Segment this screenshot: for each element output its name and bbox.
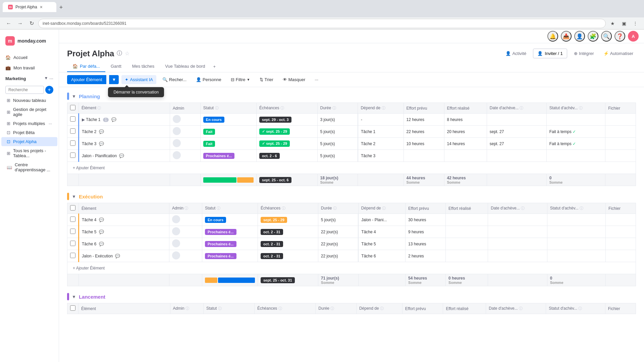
row-checkbox[interactable] — [70, 253, 75, 258]
duree-info-icon[interactable]: ⓘ — [333, 206, 337, 210]
statut-achev-info-icon[interactable]: ⓘ — [578, 306, 582, 310]
person-button[interactable]: 👤 Personne — [193, 75, 225, 84]
extensions-button[interactable]: ▣ — [619, 19, 629, 28]
tab-add-button[interactable]: + — [211, 61, 219, 72]
conversation-icon[interactable]: 💬 — [115, 254, 120, 258]
date-badge[interactable]: oct. 2 - 6 — [259, 153, 280, 159]
date-info-icon[interactable]: ⓘ — [521, 206, 525, 210]
admin-info-icon[interactable]: ⓘ — [184, 206, 188, 210]
conversation-icon[interactable]: 💬 — [99, 141, 104, 146]
duree-info-icon[interactable]: ⓘ — [332, 106, 336, 110]
row-checkbox[interactable] — [70, 241, 75, 246]
date-badge[interactable]: ✓ sept. 25 - 29 — [259, 128, 290, 135]
info-button[interactable]: ⓘ — [117, 50, 122, 57]
refresh-button[interactable]: ↻ — [27, 19, 36, 28]
ellipsis-icon[interactable]: ··· — [49, 76, 53, 81]
search-button[interactable]: 🔍 — [601, 31, 612, 42]
sidebar-item-projet-beta[interactable]: ⊡ Projet Bêta — [1, 128, 57, 137]
status-badge[interactable]: Prochaines é... — [205, 241, 236, 247]
date-badge[interactable]: oct. 2 - 31 — [261, 253, 283, 259]
status-badge[interactable]: En cours — [203, 117, 224, 123]
group-expand-icon[interactable]: ▼ — [72, 94, 76, 99]
select-all-checkbox[interactable] — [70, 105, 75, 110]
assistant-ia-button[interactable]: ✦ Assistant IA — [121, 75, 156, 84]
bookmark-button[interactable]: ★ — [608, 19, 617, 28]
row-checkbox[interactable] — [70, 153, 75, 158]
new-tab-button[interactable]: + — [56, 3, 66, 12]
status-badge[interactable]: Prochaines é... — [205, 229, 236, 235]
statut-achev-info-icon[interactable]: ⓘ — [579, 106, 583, 110]
date-info-icon[interactable]: ⓘ — [519, 306, 523, 310]
sidebar-section-marketing[interactable]: Marketing ▼ ··· — [0, 73, 59, 84]
sidebar-item-centre-apprentissage[interactable]: 📖 Centre d'apprentissage ... — [1, 160, 57, 174]
statut-info-icon[interactable]: ⓘ — [218, 306, 222, 310]
url-bar[interactable]: inet-sandbox.monday.com/boards/523126609… — [38, 19, 606, 28]
automatiser-button[interactable]: ⚡ Automatiser — [601, 50, 636, 57]
add-element-button[interactable]: Ajouter Élément — [67, 75, 106, 84]
select-all-checkbox[interactable] — [70, 305, 75, 311]
activity-button[interactable]: 👤 Activité — [503, 50, 529, 57]
depend-info-icon[interactable]: ⓘ — [382, 206, 386, 210]
favorite-button[interactable]: ☆ — [125, 50, 129, 57]
select-all-checkbox[interactable] — [70, 205, 75, 210]
status-badge[interactable]: Fait — [203, 141, 215, 147]
apps-button[interactable]: 🧩 — [588, 31, 598, 42]
date-badge[interactable]: sept. 25 - 29 — [261, 217, 287, 223]
depend-info-icon[interactable]: ⓘ — [380, 306, 384, 310]
sidebar-add-button[interactable]: + — [45, 86, 53, 94]
admin-info-icon[interactable]: ⓘ — [185, 306, 189, 310]
browser-tab-active[interactable]: m Projet Alpha × — [3, 2, 56, 12]
row-checkbox[interactable] — [70, 128, 75, 134]
statut-achev-info-icon[interactable]: ⓘ — [580, 206, 583, 210]
conversation-icon[interactable]: 💬 — [119, 154, 124, 158]
inbox-button[interactable]: 📥 — [561, 31, 572, 42]
user-avatar[interactable]: A — [628, 31, 639, 42]
user-search-button[interactable]: 👤 — [574, 31, 585, 42]
sidebar-item-gestion-projet[interactable]: ⊞ Gestion de projet agile — [1, 105, 57, 119]
conversation-icon[interactable]: 💬 — [99, 242, 104, 246]
add-element-dropdown-button[interactable]: ▼ — [109, 75, 119, 84]
ellipsis-icon[interactable]: ··· — [49, 121, 52, 126]
tab-close-button[interactable]: × — [40, 4, 43, 10]
date-badge[interactable]: sept. 29 - oct. 3 — [259, 117, 291, 123]
hide-button[interactable]: 👁 Masquer — [279, 75, 309, 84]
group-expand-icon[interactable]: ▼ — [72, 194, 76, 199]
tab-mes-taches[interactable]: Mes tâches — [127, 61, 160, 72]
notification-button[interactable]: 🔔 — [547, 31, 558, 42]
row-checkbox[interactable] — [70, 229, 75, 234]
date-info-icon[interactable]: ⓘ — [520, 106, 523, 110]
more-button[interactable]: ··· — [311, 75, 322, 84]
add-element-button[interactable]: + Ajouter Élément — [70, 164, 107, 172]
invite-button[interactable]: 👤 Inviter / 1 — [533, 49, 567, 58]
duree-info-icon[interactable]: ⓘ — [330, 306, 334, 310]
depend-info-icon[interactable]: ⓘ — [382, 106, 385, 110]
conversation-icon[interactable]: 💬 — [99, 129, 104, 134]
row-checkbox[interactable] — [70, 217, 75, 222]
tab-par-defaut[interactable]: 🏠 Par défa... — [67, 61, 105, 72]
sidebar-item-mon-travail[interactable]: 💼 Mon travail — [0, 63, 59, 73]
row-checkbox[interactable] — [70, 116, 75, 122]
echeances-info-icon[interactable]: ⓘ — [278, 306, 282, 310]
status-badge[interactable]: Prochaines é... — [205, 253, 236, 259]
menu-button[interactable]: ⋮ — [631, 19, 640, 28]
row-checkbox[interactable] — [70, 140, 75, 146]
tab-tableau-bord[interactable]: Vue Tableau de bord — [160, 61, 210, 72]
statut-info-icon[interactable]: ⓘ — [215, 106, 219, 110]
forward-button[interactable]: → — [15, 19, 25, 28]
status-badge[interactable]: Prochaines é... — [203, 153, 235, 159]
group-expand-icon[interactable]: ▼ — [72, 294, 76, 299]
conversation-icon[interactable]: 💬 — [99, 218, 104, 222]
sidebar-search-input[interactable] — [5, 86, 44, 94]
date-badge[interactable]: oct. 2 - 31 — [261, 241, 283, 247]
back-button[interactable]: ← — [4, 19, 13, 28]
sidebar-item-projets-multiples[interactable]: ⊞ Projets multiples ··· — [1, 119, 57, 128]
conversation-icon[interactable]: 💬 — [99, 230, 104, 234]
sidebar-item-tous-projets[interactable]: ⊞ Tous les projets - Tablea... — [1, 146, 57, 160]
statut-info-icon[interactable]: ⓘ — [217, 206, 220, 210]
tab-gantt[interactable]: Gantt — [105, 61, 127, 72]
date-badge[interactable]: oct. 2 - 31 — [261, 229, 283, 235]
echeances-info-icon[interactable]: ⓘ — [282, 206, 285, 210]
search-button[interactable]: 🔍 Recher... — [159, 75, 190, 84]
status-badge[interactable]: En cours — [205, 217, 226, 223]
element-info-icon[interactable]: ⓘ — [97, 106, 101, 110]
